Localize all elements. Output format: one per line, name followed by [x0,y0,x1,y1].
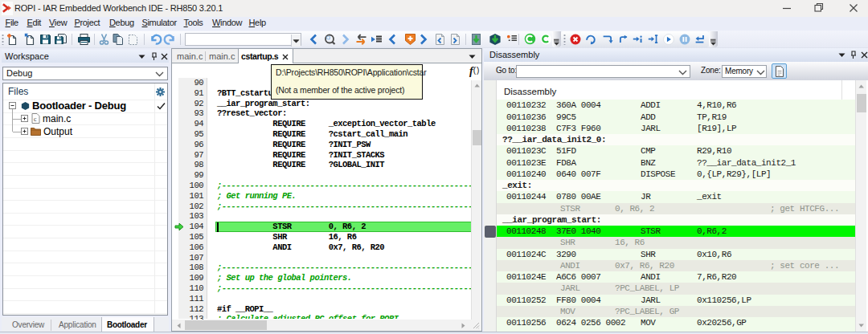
svg-text:c: c [34,116,37,123]
